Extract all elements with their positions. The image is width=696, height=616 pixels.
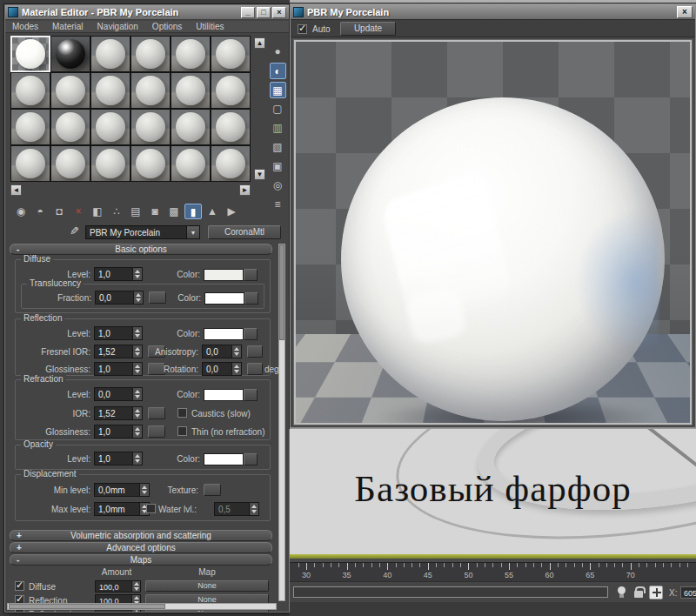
rollout-advanced[interactable]: + Advanced options (10, 542, 272, 553)
material-slot-11[interactable] (171, 72, 211, 109)
viewport[interactable]: Базовый фарфор (290, 428, 696, 554)
options-icon[interactable]: ▣ (270, 158, 286, 175)
material-slot-2[interactable] (50, 36, 90, 72)
reflection-color-map-button[interactable] (244, 328, 258, 340)
timeline-ruler[interactable]: 303540455055606570 (290, 562, 696, 581)
menu-material[interactable]: Material (45, 21, 90, 31)
go-to-parent-icon[interactable]: ▲ (204, 204, 221, 219)
material-slot-23[interactable] (171, 145, 211, 182)
map-amount-spinner[interactable]: 100,0 (95, 580, 141, 593)
get-material-icon[interactable]: ◉ (12, 204, 30, 219)
transform-gizmo-icon[interactable] (649, 586, 663, 599)
put-material-to-scene-icon[interactable]: ◓ (31, 204, 49, 219)
anisotropy-spinner[interactable]: 0,0 (202, 345, 242, 358)
rotation-spinner[interactable]: 0,0 (202, 362, 242, 376)
opacity-color-map-button[interactable] (244, 453, 258, 465)
thin-checkbox[interactable] (177, 426, 187, 436)
material-slot-18[interactable] (211, 109, 251, 145)
material-slot-7[interactable] (10, 72, 50, 109)
scrollbar-thumb[interactable] (9, 604, 165, 609)
generate-preview-icon[interactable]: ▧ (270, 139, 286, 156)
refraction-color-map-button[interactable] (244, 389, 258, 401)
material-slot-20[interactable] (50, 145, 90, 182)
go-forward-to-sibling-icon[interactable]: ▶ (223, 204, 240, 219)
caustics-checkbox[interactable] (177, 408, 187, 418)
make-material-copy-icon[interactable]: ◧ (89, 204, 106, 219)
displacement-max-spinner[interactable]: 1,0mm (94, 502, 150, 516)
rollout-scrollbar[interactable] (278, 244, 285, 601)
material-id-channel-icon[interactable]: ◙ (146, 204, 164, 219)
material-slot-6[interactable] (211, 36, 251, 72)
select-by-material-icon[interactable]: ◎ (270, 177, 286, 194)
refraction-color-swatch[interactable] (204, 389, 244, 401)
reset-map-mtl-icon[interactable]: × (70, 204, 87, 219)
close-button[interactable]: × (677, 6, 693, 18)
sample-uv-tiling-icon[interactable]: ▢ (270, 101, 286, 117)
material-slot-17[interactable] (171, 109, 211, 145)
material-slot-22[interactable] (130, 145, 171, 182)
menu-navigation[interactable]: Navigation (90, 21, 145, 31)
slots-scroll-up-button[interactable]: ▲ (254, 37, 265, 49)
material-name-dropdown[interactable]: PBR My Porcelain ▼ (85, 225, 200, 239)
translucency-color-swatch[interactable] (204, 292, 244, 305)
anisotropy-map-button[interactable] (247, 345, 263, 358)
slots-scroll-left-button[interactable]: ◄ (10, 184, 22, 196)
show-shaded-material-in-viewport-icon[interactable]: ▩ (165, 204, 183, 219)
material-slot-24[interactable] (211, 145, 251, 182)
background-icon[interactable]: ▦ (270, 82, 286, 98)
diffuse-color-map-button[interactable] (244, 269, 258, 281)
horizontal-scrollbar[interactable] (7, 603, 277, 610)
pick-material-eyedropper-icon[interactable]: ✎ (70, 224, 79, 238)
material-slot-15[interactable] (90, 109, 130, 145)
opacity-color-swatch[interactable] (204, 453, 244, 465)
make-unique-icon[interactable]: ∴ (108, 204, 125, 219)
water-level-checkbox[interactable] (146, 504, 156, 513)
material-slot-14[interactable] (50, 109, 90, 145)
lock-selection-icon[interactable] (634, 591, 643, 598)
refraction-ior-spinner[interactable]: 1,52 (94, 406, 143, 420)
material-editor-titlebar[interactable]: Material Editor - PBR My Porcelain _□× (5, 5, 289, 20)
material-slot-12[interactable] (211, 72, 251, 109)
refraction-ior-map-button[interactable] (148, 407, 165, 419)
put-to-library-icon[interactable]: ▤ (127, 204, 144, 219)
menu-utilities[interactable]: Utilities (189, 21, 231, 31)
material-slot-13[interactable] (10, 109, 50, 145)
render-window-titlebar[interactable]: PBR My Porcelain × (291, 4, 695, 19)
menu-options[interactable]: Options (145, 21, 189, 31)
material-slot-5[interactable] (171, 36, 211, 72)
material-slot-10[interactable] (130, 72, 171, 109)
video-color-check-icon[interactable]: ▥ (270, 120, 286, 137)
material-slot-8[interactable] (50, 72, 90, 109)
refraction-glossiness-spinner[interactable]: 1,0 (94, 425, 143, 439)
prompt-field[interactable] (293, 586, 608, 598)
material-slot-21[interactable] (90, 145, 130, 182)
backlight-icon[interactable]: ◐ (270, 63, 286, 79)
close-button[interactable]: × (272, 7, 286, 18)
material-slot-3[interactable] (90, 36, 130, 72)
map-slot-button[interactable]: None (145, 580, 269, 592)
auto-update-checkbox[interactable] (298, 24, 307, 34)
material-slot-1[interactable] (10, 36, 50, 72)
refraction-glossiness-map-button[interactable] (148, 425, 165, 438)
diffuse-color-swatch[interactable] (204, 269, 244, 281)
material-slot-9[interactable] (90, 72, 130, 109)
lightbulb-icon[interactable] (618, 586, 626, 594)
minimize-button[interactable]: _ (241, 7, 255, 18)
assign-material-to-selection-icon[interactable]: ◘ (50, 204, 68, 219)
reflection-color-swatch[interactable] (204, 328, 244, 340)
material-slot-4[interactable] (130, 36, 171, 72)
material-slot-16[interactable] (130, 109, 171, 145)
show-end-result-icon[interactable]: ▮ (184, 204, 202, 219)
slots-scroll-right-button[interactable]: ► (239, 184, 251, 196)
material-type-button[interactable]: CoronaMtl (208, 225, 281, 239)
scrollbar-thumb[interactable] (279, 244, 284, 340)
translucency-color-map-button[interactable] (244, 292, 258, 305)
sample-type-sphere-icon[interactable]: ● (270, 44, 286, 60)
rollout-volumetric[interactable]: + Volumetric absorption and scattering (10, 530, 272, 541)
x-coordinate-field[interactable]: 605,598mm (680, 586, 696, 599)
displacement-texture-button[interactable] (204, 484, 221, 496)
material-slot-19[interactable] (10, 145, 50, 182)
material-map-navigator-icon[interactable]: ≡ (270, 197, 286, 213)
rotation-map-button[interactable] (247, 363, 263, 375)
maximize-button[interactable]: □ (257, 7, 271, 18)
